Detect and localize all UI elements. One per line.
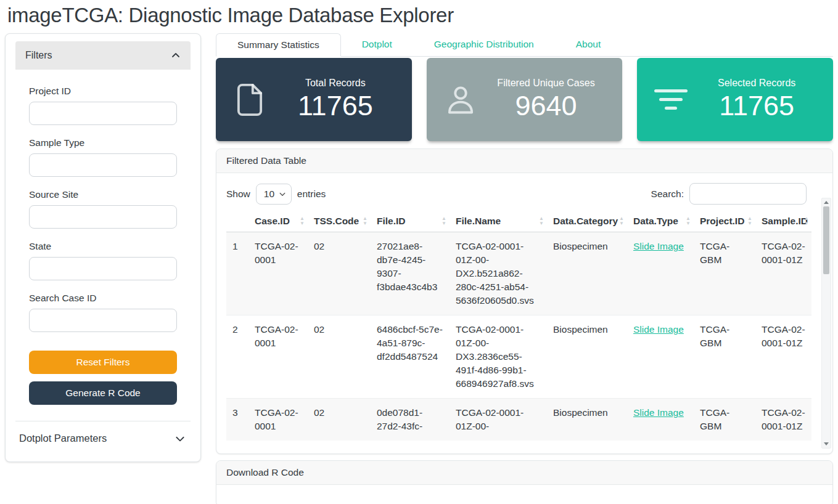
tab-dotplot[interactable]: Dotplot <box>341 33 413 56</box>
tab-summary-statistics[interactable]: Summary Statistics <box>216 33 341 57</box>
sample-type-label: Sample Type <box>29 137 177 148</box>
file-name-cell: TCGA-02-0001-01Z-00-DX2.b521a862-280c-42… <box>450 232 547 315</box>
sample-id-cell: TCGA-02-0001-01Z <box>755 232 811 315</box>
page-length-control: Show 10 entries <box>226 184 326 205</box>
slide-image-link[interactable]: Slide Image <box>633 241 684 251</box>
filters-accordion-header[interactable]: Filters <box>15 41 191 70</box>
value-box-selected-records: Selected Records 11765 <box>637 58 833 141</box>
search-label: Search: <box>651 189 684 200</box>
tab-geographic-distribution[interactable]: Geographic Distribution <box>413 33 555 56</box>
column-header-data-type[interactable]: Data.Type▲▼ <box>627 211 694 232</box>
tss-code-cell: 02 <box>308 399 371 441</box>
project-id-cell: TCGA-GBM <box>694 315 755 399</box>
slide-image-link[interactable]: Slide Image <box>633 324 684 335</box>
entries-label: entries <box>297 189 326 200</box>
table-scrollbar[interactable] <box>821 198 831 449</box>
value-box-value: 9640 <box>486 90 607 122</box>
value-boxes: Total Records 11765 Filtered Unique Case… <box>216 58 833 141</box>
value-box-label: Filtered Unique Cases <box>486 78 607 89</box>
filter-icon <box>653 89 696 110</box>
table-controls: Show 10 entries Search: <box>226 183 823 205</box>
person-icon <box>443 80 486 120</box>
source-site-label: Source Site <box>29 189 177 200</box>
download-r-code-card: Download R Code <box>216 460 833 504</box>
table-search-control: Search: <box>651 183 807 205</box>
file-icon <box>232 79 275 120</box>
sample-id-cell: TCGA-02-0001-01Z <box>755 315 811 399</box>
download-card-body <box>216 485 832 504</box>
dotplot-parameters-title: Dotplot Parameters <box>19 433 107 444</box>
chevron-up-icon <box>171 51 181 60</box>
case-id-cell: TCGA-02-0001 <box>249 232 308 315</box>
tss-code-cell: 02 <box>308 232 371 315</box>
main-content: Summary Statistics Dotplot Geographic Di… <box>216 33 833 504</box>
column-header-rownum <box>226 211 249 232</box>
sort-icon: ▲▼ <box>619 216 624 226</box>
sort-icon: ▲▼ <box>442 216 446 226</box>
table-header-row: Case.ID▲▼ TSS.Code▲▼ File.ID▲▼ File.Name… <box>226 211 811 232</box>
table-row[interactable]: 3 TCGA-02-0001 02 0de078d1-27d2-43fc- TC… <box>226 399 811 441</box>
data-type-cell: Slide Image <box>627 232 694 315</box>
project-id-field[interactable] <box>29 102 177 125</box>
project-id-cell: TCGA-GBM <box>694 232 755 315</box>
tab-about[interactable]: About <box>555 33 622 56</box>
value-box-total-records: Total Records 11765 <box>216 58 412 141</box>
scrollbar-thumb[interactable] <box>823 206 829 274</box>
page-length-select[interactable]: 10 <box>256 184 292 205</box>
table-card-title: Filtered Data Table <box>216 149 832 173</box>
column-header-case-id[interactable]: Case.ID▲▼ <box>249 211 308 232</box>
file-name-cell: TCGA-02-0001-01Z-00- <box>450 399 547 441</box>
source-site-field[interactable] <box>29 205 177 229</box>
show-label: Show <box>226 189 250 200</box>
case-id-cell: TCGA-02-0001 <box>249 399 308 441</box>
value-box-value: 11765 <box>275 90 396 122</box>
data-type-cell: Slide Image <box>627 399 694 441</box>
data-category-cell: Biospecimen <box>547 399 627 441</box>
sample-id-cell: TCGA-02-0001-01Z <box>755 399 811 441</box>
state-label: State <box>29 241 177 252</box>
sort-icon: ▲▼ <box>747 216 752 226</box>
row-number: 1 <box>226 232 249 315</box>
data-category-cell: Biospecimen <box>547 315 627 399</box>
column-header-tss-code[interactable]: TSS.Code▲▼ <box>308 211 371 232</box>
project-id-label: Project ID <box>29 86 177 97</box>
sort-icon: ▲▼ <box>300 216 305 226</box>
dotplot-parameters-accordion-header[interactable]: Dotplot Parameters <box>15 421 191 454</box>
data-type-cell: Slide Image <box>627 315 694 399</box>
page-title: imageTCGA: Diagnostic Image Database Exp… <box>7 4 838 27</box>
file-id-cell: 0de078d1-27d2-43fc- <box>371 399 450 441</box>
search-case-id-field[interactable] <box>29 309 177 332</box>
column-header-file-name[interactable]: File.Name▲▼ <box>450 211 547 232</box>
file-name-cell: TCGA-02-0001-01Z-00-DX3.2836ce55-491f-4d… <box>450 315 547 399</box>
scrollbar-down-button[interactable] <box>822 440 831 448</box>
row-number: 3 <box>226 399 249 441</box>
column-header-data-category[interactable]: Data.Category▲▼ <box>547 211 627 232</box>
table-viewport: Case.ID▲▼ TSS.Code▲▼ File.ID▲▼ File.Name… <box>226 211 811 446</box>
sort-icon: ▲▼ <box>804 216 809 226</box>
column-header-file-id[interactable]: File.ID▲▼ <box>371 211 450 232</box>
sidebar: Filters Project ID Sample Type Source Si… <box>5 33 201 462</box>
table-row[interactable]: 2 TCGA-02-0001 02 6486cbcf-5c7e-4a51-879… <box>226 315 811 399</box>
column-header-project-id[interactable]: Project.ID▲▼ <box>694 211 755 232</box>
file-id-cell: 27021ae8-db7e-4245-9307-f3bdae43c4b3 <box>371 232 450 315</box>
sort-icon: ▲▼ <box>539 216 544 226</box>
filters-body: Project ID Sample Type Source Site State… <box>15 70 191 421</box>
case-id-cell: TCGA-02-0001 <box>249 315 308 399</box>
down-arrow-icon <box>824 442 829 445</box>
value-box-value: 11765 <box>696 90 817 122</box>
slide-image-link[interactable]: Slide Image <box>633 407 684 418</box>
tss-code-cell: 02 <box>308 315 371 399</box>
table-search-input[interactable] <box>689 183 807 205</box>
data-category-cell: Biospecimen <box>547 232 627 315</box>
generate-r-code-button[interactable]: Generate R Code <box>29 381 177 405</box>
reset-filters-button[interactable]: Reset Filters <box>29 351 177 374</box>
scrollbar-up-button[interactable] <box>822 198 831 206</box>
value-box-label: Selected Records <box>696 78 817 89</box>
filters-title: Filters <box>25 50 52 61</box>
sample-type-field[interactable] <box>29 153 177 177</box>
row-number: 2 <box>226 315 249 399</box>
state-field[interactable] <box>29 257 177 280</box>
table-row[interactable]: 1 TCGA-02-0001 02 27021ae8-db7e-4245-930… <box>226 232 811 315</box>
value-box-filtered-unique-cases: Filtered Unique Cases 9640 <box>427 58 623 141</box>
column-header-sample-id[interactable]: Sample.ID▲▼ <box>755 211 811 232</box>
